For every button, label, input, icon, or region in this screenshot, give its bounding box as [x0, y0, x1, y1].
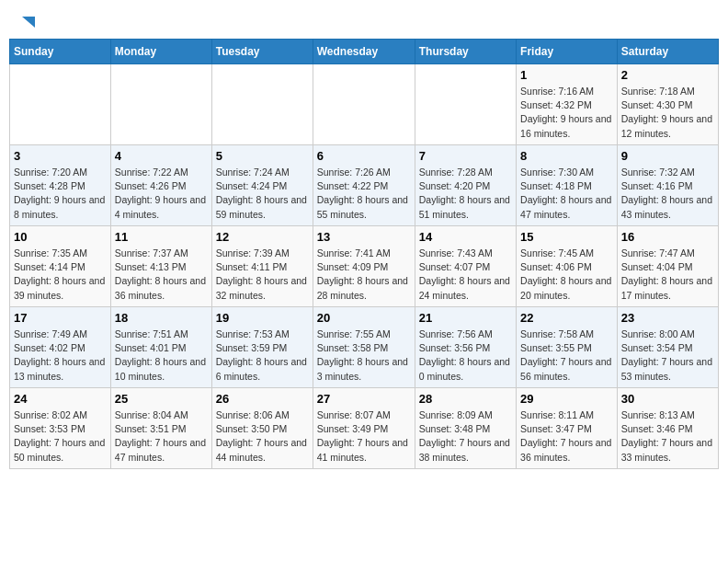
day-number: 13	[317, 230, 411, 244]
calendar-cell: 29Sunrise: 8:11 AM Sunset: 3:47 PM Dayli…	[517, 388, 618, 469]
weekday-header-friday: Friday	[517, 40, 618, 64]
day-info: Sunrise: 7:28 AM Sunset: 4:20 PM Dayligh…	[419, 166, 512, 222]
day-info: Sunrise: 8:04 AM Sunset: 3:51 PM Dayligh…	[115, 408, 208, 465]
calendar-cell: 25Sunrise: 8:04 AM Sunset: 3:51 PM Dayli…	[110, 388, 211, 469]
calendar-cell: 10Sunrise: 7:35 AM Sunset: 4:14 PM Dayli…	[10, 226, 111, 307]
weekday-header-monday: Monday	[110, 40, 211, 64]
calendar-cell: 1Sunrise: 7:16 AM Sunset: 4:32 PM Daylig…	[517, 64, 618, 145]
calendar-cell	[415, 64, 516, 145]
day-info: Sunrise: 8:07 AM Sunset: 3:49 PM Dayligh…	[317, 408, 411, 465]
day-number: 12	[216, 230, 309, 244]
weekday-header-sunday: Sunday	[10, 40, 111, 64]
day-info: Sunrise: 8:13 AM Sunset: 3:46 PM Dayligh…	[621, 408, 714, 465]
calendar-cell: 19Sunrise: 7:53 AM Sunset: 3:59 PM Dayli…	[211, 307, 313, 388]
weekday-header-wednesday: Wednesday	[313, 40, 415, 64]
day-number: 17	[14, 311, 107, 325]
weekday-header-row: SundayMondayTuesdayWednesdayThursdayFrid…	[10, 40, 719, 64]
calendar-cell: 18Sunrise: 7:51 AM Sunset: 4:01 PM Dayli…	[110, 307, 211, 388]
day-info: Sunrise: 7:20 AM Sunset: 4:28 PM Dayligh…	[14, 166, 107, 222]
calendar-cell	[211, 64, 313, 145]
day-info: Sunrise: 7:37 AM Sunset: 4:13 PM Dayligh…	[115, 247, 208, 303]
day-info: Sunrise: 8:06 AM Sunset: 3:50 PM Dayligh…	[216, 408, 309, 465]
calendar-cell: 13Sunrise: 7:41 AM Sunset: 4:09 PM Dayli…	[313, 226, 415, 307]
day-number: 23	[621, 311, 714, 325]
svg-marker-0	[22, 17, 35, 28]
weekday-header-thursday: Thursday	[415, 40, 516, 64]
day-info: Sunrise: 7:47 AM Sunset: 4:04 PM Dayligh…	[621, 247, 714, 303]
day-number: 24	[14, 392, 107, 406]
weekday-header-tuesday: Tuesday	[211, 40, 313, 64]
calendar-cell: 27Sunrise: 8:07 AM Sunset: 3:49 PM Dayli…	[313, 388, 415, 469]
day-number: 28	[419, 392, 512, 406]
calendar-cell: 22Sunrise: 7:58 AM Sunset: 3:55 PM Dayli…	[517, 307, 618, 388]
day-number: 19	[216, 311, 309, 325]
day-number: 22	[520, 311, 613, 325]
day-number: 7	[419, 149, 512, 163]
calendar-cell: 7Sunrise: 7:28 AM Sunset: 4:20 PM Daylig…	[415, 145, 516, 226]
calendar-cell: 2Sunrise: 7:18 AM Sunset: 4:30 PM Daylig…	[617, 64, 718, 145]
day-info: Sunrise: 8:02 AM Sunset: 3:53 PM Dayligh…	[14, 408, 107, 465]
calendar-cell	[10, 64, 111, 145]
calendar-cell: 11Sunrise: 7:37 AM Sunset: 4:13 PM Dayli…	[110, 226, 211, 307]
day-number: 26	[216, 392, 309, 406]
day-number: 29	[520, 392, 613, 406]
day-info: Sunrise: 8:09 AM Sunset: 3:48 PM Dayligh…	[419, 408, 512, 465]
day-number: 9	[621, 149, 714, 163]
day-info: Sunrise: 7:49 AM Sunset: 4:02 PM Dayligh…	[14, 327, 107, 384]
page-header	[9, 9, 719, 33]
day-number: 4	[115, 149, 208, 163]
calendar-week-row: 10Sunrise: 7:35 AM Sunset: 4:14 PM Dayli…	[10, 226, 719, 307]
day-number: 3	[14, 149, 107, 163]
day-info: Sunrise: 7:30 AM Sunset: 4:18 PM Dayligh…	[520, 166, 613, 222]
day-number: 1	[520, 68, 613, 82]
calendar-cell	[313, 64, 415, 145]
day-number: 10	[14, 230, 107, 244]
day-info: Sunrise: 7:43 AM Sunset: 4:07 PM Dayligh…	[419, 247, 512, 303]
day-info: Sunrise: 7:51 AM Sunset: 4:01 PM Dayligh…	[115, 327, 208, 384]
day-info: Sunrise: 7:16 AM Sunset: 4:32 PM Dayligh…	[520, 85, 613, 141]
calendar-cell: 17Sunrise: 7:49 AM Sunset: 4:02 PM Dayli…	[10, 307, 111, 388]
day-info: Sunrise: 7:39 AM Sunset: 4:11 PM Dayligh…	[216, 247, 309, 303]
calendar-cell	[110, 64, 211, 145]
day-info: Sunrise: 7:24 AM Sunset: 4:24 PM Dayligh…	[216, 166, 309, 222]
day-number: 20	[317, 311, 411, 325]
calendar-cell: 3Sunrise: 7:20 AM Sunset: 4:28 PM Daylig…	[10, 145, 111, 226]
calendar-cell: 26Sunrise: 8:06 AM Sunset: 3:50 PM Dayli…	[211, 388, 313, 469]
calendar-cell: 28Sunrise: 8:09 AM Sunset: 3:48 PM Dayli…	[415, 388, 516, 469]
calendar-cell: 24Sunrise: 8:02 AM Sunset: 3:53 PM Dayli…	[10, 388, 111, 469]
day-info: Sunrise: 7:18 AM Sunset: 4:30 PM Dayligh…	[621, 85, 714, 141]
calendar-cell: 23Sunrise: 8:00 AM Sunset: 3:54 PM Dayli…	[617, 307, 718, 388]
day-info: Sunrise: 8:11 AM Sunset: 3:47 PM Dayligh…	[520, 408, 613, 465]
calendar-week-row: 3Sunrise: 7:20 AM Sunset: 4:28 PM Daylig…	[10, 145, 719, 226]
day-info: Sunrise: 7:56 AM Sunset: 3:56 PM Dayligh…	[419, 327, 512, 384]
calendar-cell: 20Sunrise: 7:55 AM Sunset: 3:58 PM Dayli…	[313, 307, 415, 388]
day-info: Sunrise: 7:41 AM Sunset: 4:09 PM Dayligh…	[317, 247, 411, 303]
calendar-cell: 21Sunrise: 7:56 AM Sunset: 3:56 PM Dayli…	[415, 307, 516, 388]
calendar-cell: 4Sunrise: 7:22 AM Sunset: 4:26 PM Daylig…	[110, 145, 211, 226]
day-number: 2	[621, 68, 714, 82]
day-number: 16	[621, 230, 714, 244]
day-info: Sunrise: 7:55 AM Sunset: 3:58 PM Dayligh…	[317, 327, 411, 384]
calendar-cell: 6Sunrise: 7:26 AM Sunset: 4:22 PM Daylig…	[313, 145, 415, 226]
day-info: Sunrise: 7:45 AM Sunset: 4:06 PM Dayligh…	[520, 247, 613, 303]
day-info: Sunrise: 7:22 AM Sunset: 4:26 PM Dayligh…	[115, 166, 208, 222]
calendar-cell: 9Sunrise: 7:32 AM Sunset: 4:16 PM Daylig…	[617, 145, 718, 226]
day-number: 27	[317, 392, 411, 406]
day-info: Sunrise: 8:00 AM Sunset: 3:54 PM Dayligh…	[621, 327, 714, 384]
calendar-week-row: 1Sunrise: 7:16 AM Sunset: 4:32 PM Daylig…	[10, 64, 719, 145]
logo	[17, 13, 35, 29]
calendar-cell: 12Sunrise: 7:39 AM Sunset: 4:11 PM Dayli…	[211, 226, 313, 307]
day-number: 25	[115, 392, 208, 406]
calendar-week-row: 24Sunrise: 8:02 AM Sunset: 3:53 PM Dayli…	[10, 388, 719, 469]
day-number: 21	[419, 311, 512, 325]
weekday-header-saturday: Saturday	[617, 40, 718, 64]
day-number: 14	[419, 230, 512, 244]
day-info: Sunrise: 7:32 AM Sunset: 4:16 PM Dayligh…	[621, 166, 714, 222]
calendar-cell: 30Sunrise: 8:13 AM Sunset: 3:46 PM Dayli…	[617, 388, 718, 469]
day-info: Sunrise: 7:58 AM Sunset: 3:55 PM Dayligh…	[520, 327, 613, 384]
calendar-week-row: 17Sunrise: 7:49 AM Sunset: 4:02 PM Dayli…	[10, 307, 719, 388]
day-number: 6	[317, 149, 411, 163]
day-number: 5	[216, 149, 309, 163]
calendar-cell: 14Sunrise: 7:43 AM Sunset: 4:07 PM Dayli…	[415, 226, 516, 307]
day-number: 8	[520, 149, 613, 163]
